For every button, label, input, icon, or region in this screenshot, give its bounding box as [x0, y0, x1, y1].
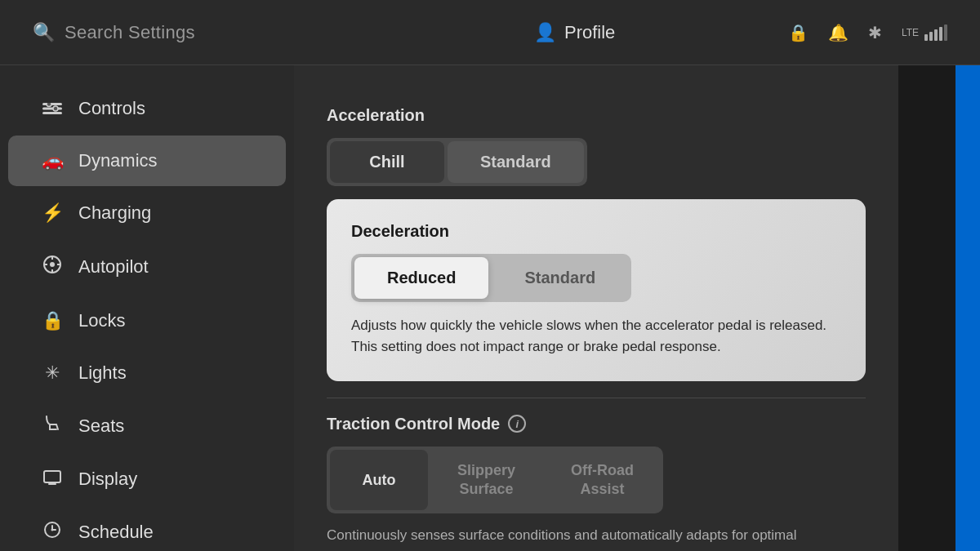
svg-rect-0 — [42, 103, 62, 105]
deceleration-card: Deceleration Reduced Standard Adjusts ho… — [327, 199, 866, 381]
traction-title: Traction Control Mode i — [327, 415, 866, 433]
profile-button[interactable]: 👤 Profile — [534, 22, 615, 43]
sidebar-item-schedule[interactable]: Schedule — [8, 506, 286, 551]
sidebar-item-controls-label: Controls — [78, 98, 145, 119]
traction-toggle-group: Auto Slippery Surface Off-Road Assist — [327, 447, 663, 514]
main-layout: Controls 🚗 Dynamics ⚡ Charging Autopil — [0, 65, 980, 551]
signal-bars — [924, 24, 947, 41]
sidebar-item-schedule-label: Schedule — [78, 522, 154, 543]
sidebar-item-dynamics[interactable]: 🚗 Dynamics — [8, 136, 286, 186]
sidebar: Controls 🚗 Dynamics ⚡ Charging Autopil — [0, 65, 294, 551]
content-area: Acceleration Chill Standard Deceleration… — [294, 65, 898, 551]
svg-rect-11 — [44, 471, 60, 482]
lights-icon: ✳ — [41, 362, 64, 384]
charging-icon: ⚡ — [41, 202, 64, 224]
sidebar-item-controls[interactable]: Controls — [8, 83, 286, 134]
svg-point-4 — [53, 106, 58, 111]
lte-label: LTE — [902, 27, 919, 38]
profile-icon: 👤 — [534, 22, 556, 43]
signal-bar-4 — [939, 27, 942, 41]
signal-bar-5 — [944, 24, 947, 41]
sidebar-item-autopilot-label: Autopilot — [78, 256, 149, 278]
traction-auto-button[interactable]: Auto — [330, 450, 428, 511]
traction-description: Continuously senses surface conditions a… — [327, 525, 866, 551]
locks-icon: 🔒 — [41, 310, 64, 331]
sidebar-item-lights-label: Lights — [78, 362, 127, 384]
schedule-icon — [41, 521, 64, 544]
seats-icon — [41, 415, 64, 438]
dynamics-icon: 🚗 — [41, 150, 64, 171]
sidebar-item-display-label: Display — [78, 469, 137, 490]
display-icon — [41, 469, 64, 490]
bluetooth-icon[interactable]: ✱ — [868, 23, 882, 42]
acceleration-chill-button[interactable]: Chill — [330, 141, 444, 183]
search-label: Search Settings — [65, 22, 195, 43]
blue-strip — [956, 65, 980, 551]
traction-offroad-button[interactable]: Off-Road Assist — [545, 450, 660, 511]
signal-bar-2 — [929, 32, 933, 41]
acceleration-title: Acceleration — [327, 106, 866, 125]
lock-icon[interactable]: 🔒 — [788, 23, 808, 42]
sidebar-item-charging[interactable]: ⚡ Charging — [8, 188, 286, 238]
svg-rect-2 — [42, 112, 62, 114]
signal-area: LTE — [902, 24, 947, 41]
sidebar-item-dynamics-label: Dynamics — [78, 150, 158, 171]
search-area[interactable]: 🔍 Search Settings — [33, 22, 394, 43]
traction-info-icon[interactable]: i — [508, 415, 526, 433]
deceleration-reduced-button[interactable]: Reduced — [354, 257, 488, 299]
top-bar: 🔍 Search Settings 👤 Profile 🔒 🔔 ✱ LTE — [0, 0, 980, 65]
acceleration-standard-button[interactable]: Standard — [448, 141, 584, 183]
top-bar-icons: 🔒 🔔 ✱ LTE — [788, 23, 947, 42]
sidebar-item-autopilot[interactable]: Autopilot — [8, 240, 286, 294]
deceleration-standard-button[interactable]: Standard — [492, 257, 628, 299]
svg-point-13 — [51, 529, 54, 531]
bell-icon[interactable]: 🔔 — [828, 23, 849, 42]
deceleration-title: Deceleration — [351, 222, 841, 241]
traction-section: Traction Control Mode i Auto Slippery Su… — [327, 415, 866, 551]
sidebar-item-locks[interactable]: 🔒 Locks — [8, 295, 286, 346]
traction-slippery-button[interactable]: Slippery Surface — [431, 450, 541, 511]
sidebar-item-charging-label: Charging — [78, 202, 151, 224]
deceleration-description: Adjusts how quickly the vehicle slows wh… — [351, 315, 841, 358]
sidebar-item-seats-label: Seats — [78, 415, 124, 437]
signal-bar-3 — [934, 29, 938, 41]
sidebar-item-seats[interactable]: Seats — [8, 400, 286, 452]
deceleration-toggle-group: Reduced Standard — [351, 254, 631, 302]
traction-title-label: Traction Control Mode — [327, 415, 500, 433]
search-icon: 🔍 — [33, 22, 55, 43]
svg-point-3 — [47, 103, 51, 107]
divider — [327, 398, 866, 398]
autopilot-icon — [41, 255, 64, 279]
sidebar-item-lights[interactable]: ✳ Lights — [8, 348, 286, 398]
top-bar-center: 👤 Profile — [394, 22, 755, 43]
right-edge — [898, 65, 980, 551]
signal-bar-1 — [924, 34, 928, 41]
controls-icon — [41, 98, 64, 119]
sidebar-item-locks-label: Locks — [78, 310, 125, 331]
sidebar-item-display[interactable]: Display — [8, 454, 286, 504]
acceleration-toggle-group: Chill Standard — [327, 138, 587, 186]
svg-point-6 — [50, 262, 55, 267]
profile-label: Profile — [564, 22, 615, 43]
svg-rect-1 — [42, 108, 62, 110]
acceleration-section: Acceleration Chill Standard — [327, 90, 866, 186]
